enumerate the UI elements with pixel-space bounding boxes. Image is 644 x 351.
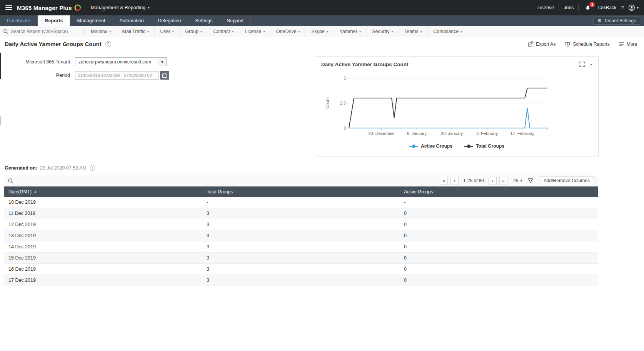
divider: [83, 28, 84, 35]
calendar-icon: [162, 73, 167, 78]
chevron-down-icon: ▾: [420, 30, 422, 33]
menu-compliance[interactable]: Compliance▾: [428, 26, 468, 37]
context-switcher[interactable]: Management & Reporting ▾: [91, 5, 150, 10]
search-icon: [3, 29, 8, 34]
chevron-down-icon: ▾: [232, 30, 234, 33]
tab-automation[interactable]: Automation: [112, 15, 151, 26]
menu-mailbox[interactable]: Mailbox▾: [85, 26, 117, 37]
menu-group[interactable]: Group▾: [180, 26, 208, 37]
export-as-button[interactable]: Export As: [528, 41, 556, 47]
chart-title: Daily Active Yammer Groups Count: [321, 62, 409, 67]
report-search[interactable]: [3, 29, 82, 34]
table-row[interactable]: 12 Dec 201930: [4, 219, 598, 230]
chevron-down-icon: ▾: [359, 30, 361, 33]
table-header-row: Date(GMT) ▲ Total Groups Active Groups: [4, 186, 598, 197]
tenant-value: zohocorpwsmopm.onmicrosoft.com: [75, 59, 158, 65]
last-page-button[interactable]: »: [499, 177, 507, 185]
chevron-down-icon: ▾: [327, 30, 329, 33]
top-header: M365 Manager Plus Management & Reporting…: [0, 0, 644, 15]
column-header-date[interactable]: Date(GMT) ▲: [4, 189, 202, 195]
menu-teams[interactable]: Teams▾: [399, 26, 428, 37]
menu-contact[interactable]: Contact▾: [208, 26, 240, 37]
schedule-reports-button[interactable]: Schedule Reports: [565, 41, 609, 47]
tab-dashboard[interactable]: Dashboard: [0, 15, 38, 26]
legend-active-groups[interactable]: Active Groups: [409, 143, 452, 149]
divider: [86, 4, 86, 11]
menu-yammer[interactable]: Yammer▾: [334, 26, 367, 37]
tab-management[interactable]: Management: [70, 15, 112, 26]
tab-settings[interactable]: Settings: [188, 15, 220, 26]
table-row[interactable]: 10 Dec 2019--: [4, 197, 598, 208]
chevron-down-icon: ▾: [460, 30, 462, 33]
table-row[interactable]: 13 Dec 201930: [4, 230, 598, 241]
prev-page-button[interactable]: ‹: [450, 177, 459, 185]
svg-text:Count: Count: [325, 97, 330, 108]
menu-license[interactable]: License▾: [239, 26, 271, 37]
search-report-input[interactable]: [11, 29, 76, 34]
app-logo[interactable]: M365 Manager Plus: [17, 4, 81, 11]
chart-menu-chevron-icon[interactable]: ▾: [590, 62, 592, 67]
period-input[interactable]: [75, 71, 159, 80]
table-row[interactable]: 14 Dec 201930: [4, 241, 598, 253]
help-button[interactable]: ?: [621, 5, 624, 10]
funnel-icon: [528, 178, 533, 183]
table-row[interactable]: 16 Dec 201930: [4, 264, 598, 275]
table-body: 10 Dec 2019-- 11 Dec 201930 12 Dec 20193…: [4, 197, 598, 286]
calendar-button[interactable]: [160, 71, 169, 80]
menu-user[interactable]: User▾: [155, 26, 180, 37]
table-row[interactable]: 17 Dec 201930: [4, 275, 598, 286]
logo-swoosh-icon: [74, 4, 81, 11]
add-remove-columns-button[interactable]: Add/Remove Columns: [539, 176, 594, 185]
menu-security[interactable]: Security▾: [367, 26, 399, 37]
menu-skype[interactable]: Skype▾: [306, 26, 334, 37]
notifications-bell-icon[interactable]: 3: [583, 5, 592, 11]
app-title: M365 Manager Plus: [17, 5, 72, 11]
license-link[interactable]: License: [537, 5, 554, 10]
svg-text:0: 0: [344, 126, 346, 130]
menu-mail-traffic[interactable]: Mail Traffic▾: [117, 26, 155, 37]
tab-reports[interactable]: Reports: [38, 15, 70, 26]
more-button[interactable]: More: [619, 42, 637, 47]
column-header-total-groups[interactable]: Total Groups: [202, 189, 399, 195]
next-page-button[interactable]: ›: [489, 177, 497, 185]
export-icon: [528, 41, 534, 47]
svg-text:2.5: 2.5: [340, 101, 346, 105]
pagination-range: 1-25 of 80: [463, 178, 484, 183]
hamburger-menu-icon[interactable]: [5, 5, 12, 10]
table-row[interactable]: 11 Dec 201930: [4, 208, 598, 219]
tab-delegation[interactable]: Delegation: [151, 15, 189, 26]
first-page-button[interactable]: «: [440, 177, 448, 185]
tab-support[interactable]: Support: [220, 15, 251, 26]
chevron-down-icon: ▾: [299, 30, 300, 33]
notification-badge: 3: [589, 2, 595, 7]
page-title-bar: Daily Active Yammer Groups Count ? Expor…: [0, 37, 644, 51]
table-search-icon[interactable]: [8, 178, 13, 184]
menu-onedrive[interactable]: OneDrive▾: [271, 26, 306, 37]
talkback-link[interactable]: TalkBack: [597, 5, 616, 10]
tenant-settings-button[interactable]: ⚙ Tenant Settings: [593, 17, 640, 25]
page-size-select[interactable]: 25 ▾: [513, 178, 522, 183]
legend-marker-icon: [464, 145, 473, 148]
chevron-down-icon: ▾: [200, 30, 202, 33]
info-icon[interactable]: i: [90, 165, 95, 171]
legend-total-groups[interactable]: Total Groups: [464, 143, 504, 149]
help-icon[interactable]: ?: [105, 41, 111, 47]
column-header-active-groups[interactable]: Active Groups: [399, 189, 598, 195]
legend-marker-icon: [409, 145, 418, 148]
list-icon: [619, 42, 624, 47]
tenant-select[interactable]: zohocorpwsmopm.onmicrosoft.com ▾: [75, 57, 167, 66]
page-title: Daily Active Yammer Groups Count: [5, 41, 102, 47]
tenant-settings-label: Tenant Settings: [604, 18, 636, 23]
table-row[interactable]: 15 Dec 201930: [4, 253, 598, 264]
divider: [578, 4, 579, 11]
report-table-section: « ‹ 1-25 of 80 › » 25 ▾ Add/Remove Colum…: [4, 175, 598, 286]
user-menu[interactable]: ▾: [628, 4, 639, 11]
chevron-down-icon: ▾: [158, 58, 166, 66]
svg-text:6. January: 6. January: [407, 131, 427, 136]
generated-on: Generated on: 29 Jul 2020 07:53 AM i: [5, 165, 95, 171]
chevron-down-icon: ▾: [637, 6, 639, 10]
gear-icon: ⚙: [597, 18, 602, 23]
fullscreen-icon[interactable]: [579, 62, 585, 67]
filter-button[interactable]: [528, 178, 533, 183]
jobs-link[interactable]: Jobs: [564, 5, 574, 10]
